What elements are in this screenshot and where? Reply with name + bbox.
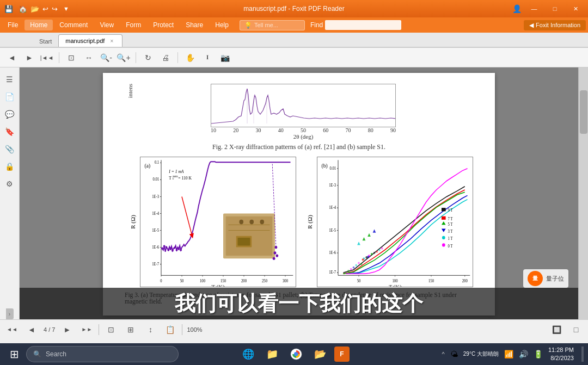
scrollbar-thumb[interactable]: [580, 90, 587, 134]
nav-fwd-button[interactable]: ►: [59, 322, 75, 337]
svg-marker-112: [442, 228, 446, 232]
svg-text:100: 100: [200, 279, 205, 283]
save-icon[interactable]: 💾: [4, 5, 13, 13]
volume-icon[interactable]: 🔊: [519, 350, 528, 358]
svg-rect-55: [238, 238, 250, 245]
forward-button[interactable]: ►: [22, 50, 37, 65]
fit-page-button[interactable]: ⊡: [64, 50, 79, 65]
snapshot-button[interactable]: 📷: [217, 50, 232, 65]
skip-first-button[interactable]: |◄◄: [39, 50, 54, 65]
battery-icon[interactable]: 🔋: [534, 350, 543, 358]
network-icon[interactable]: 📶: [504, 350, 513, 358]
menu-comment[interactable]: Comment: [54, 20, 93, 30]
home-icon[interactable]: 🏠: [19, 5, 27, 13]
find-label: Find: [310, 21, 323, 29]
sidebar-expand-handle[interactable]: ›: [6, 308, 14, 319]
svg-text:7 T: 7 T: [448, 217, 453, 221]
undo-icon[interactable]: ↩: [42, 5, 48, 13]
nav-back-button[interactable]: ◄: [24, 322, 39, 337]
tab-start[interactable]: Start: [33, 36, 58, 47]
taskbar-right: ^ 🌤 29°C 大部晴朗 📶 🔊 🔋 11:28 PM 8/2/2023: [442, 346, 584, 363]
maximize-button[interactable]: □: [547, 3, 563, 14]
select-tool-button[interactable]: 𝐈: [200, 50, 215, 65]
fit-height-status-btn[interactable]: ↕: [143, 322, 158, 337]
print-button[interactable]: 🖨: [158, 50, 173, 65]
svg-point-90: [362, 258, 364, 261]
zoom-in-button[interactable]: 🔍+: [116, 50, 131, 65]
zoom-out-button[interactable]: 🔍-: [99, 50, 114, 65]
svg-text:0.01: 0.01: [153, 177, 160, 182]
plot-a-ylabel: R (Ω): [130, 215, 136, 229]
hand-tool-button[interactable]: ✋: [182, 50, 198, 65]
taskbar-search-box[interactable]: 🔍 Search: [26, 346, 179, 362]
svg-point-58: [260, 220, 264, 224]
taskbar-search-icon: 🔍: [33, 350, 41, 358]
taskbar: ⊞ 🔍 Search 🌐 📁 📂 F ^ 🌤 29°C 大部晴朗 📶 🔊 🔋: [0, 343, 588, 365]
tab-close-button[interactable]: ×: [108, 37, 115, 45]
back-button[interactable]: ◄: [4, 50, 20, 65]
menu-form[interactable]: Form: [120, 20, 146, 30]
taskbar-app-edge[interactable]: 🌐: [238, 344, 258, 364]
sidebar-panel-btn-3[interactable]: 🔖: [2, 124, 17, 139]
svg-text:100: 100: [393, 279, 398, 283]
tell-me-input[interactable]: 💡 Tell me...: [240, 20, 305, 30]
sidebar-panel-btn-2[interactable]: 💬: [2, 107, 17, 122]
svg-text:50: 50: [180, 279, 184, 283]
fit-width-status-btn[interactable]: ⊞: [123, 322, 138, 337]
tab-active[interactable]: manuscript.pdf ×: [58, 34, 122, 47]
svg-point-37: [169, 248, 171, 250]
taskbar-app-folder[interactable]: 📂: [310, 344, 330, 364]
find-input[interactable]: [325, 20, 401, 30]
close-button[interactable]: ✕: [567, 3, 584, 14]
foxit-information-button[interactable]: ◀ Foxit Information: [524, 20, 586, 30]
rotate-button[interactable]: ↻: [140, 50, 156, 65]
layout-icon-2[interactable]: □: [568, 322, 584, 337]
clock-area[interactable]: 11:28 PM 8/2/2023: [548, 346, 574, 363]
sidebar-panel-btn-6[interactable]: ⚙: [2, 176, 17, 191]
svg-point-94: [360, 263, 363, 265]
plot-a-wrapper: R (Ω) 0.1 0.01 1E-3: [125, 157, 296, 287]
fit-page-status-btn[interactable]: ⊡: [103, 322, 119, 337]
nav-prev-button[interactable]: ◄◄: [4, 322, 20, 337]
open-icon[interactable]: 📂: [30, 5, 39, 13]
fit-width-button[interactable]: ↔: [81, 50, 96, 65]
minimize-button[interactable]: —: [526, 3, 542, 14]
page-clip-btn[interactable]: 📋: [162, 322, 177, 337]
foxit-info-label: Foxit Information: [536, 22, 580, 28]
menu-home[interactable]: Home: [24, 20, 53, 30]
svg-point-60: [274, 251, 277, 254]
menu-view[interactable]: View: [94, 20, 119, 30]
redo-icon[interactable]: ↪: [52, 5, 58, 13]
sidebar-panel-btn-5[interactable]: 🔒: [2, 159, 17, 174]
svg-text:1E-3: 1E-3: [152, 194, 159, 199]
taskbar-app-foxit[interactable]: F: [334, 347, 350, 362]
svg-text:200: 200: [241, 279, 247, 283]
scrollbar[interactable]: [578, 67, 588, 319]
taskbar-app-chrome[interactable]: [286, 344, 306, 364]
svg-point-41: [177, 248, 180, 250]
weather-icon[interactable]: 🌤: [450, 350, 458, 358]
sidebar-panel-btn-4[interactable]: 📎: [2, 141, 17, 157]
svg-text:1E-3: 1E-3: [329, 183, 336, 188]
start-button[interactable]: ⊞: [4, 344, 24, 364]
menu-protect[interactable]: Protect: [148, 20, 179, 30]
fig2-caption: Fig. 2 X-ray diffraction patterns of (a)…: [125, 143, 473, 151]
customize-icon[interactable]: ▼: [63, 5, 69, 12]
tray-up-icon[interactable]: ^: [442, 351, 445, 357]
show-desktop-button[interactable]: [581, 347, 584, 362]
clock-time: 11:28 PM: [548, 346, 574, 354]
svg-point-36: [167, 249, 169, 251]
menu-file[interactable]: File: [2, 20, 23, 30]
taskbar-app-explorer[interactable]: 📁: [262, 344, 282, 364]
chevron-icon: ◀: [529, 22, 534, 29]
svg-point-96: [376, 251, 378, 253]
sidebar-panel-btn-0[interactable]: ☰: [2, 72, 17, 87]
sidebar-panel-btn-1[interactable]: 📄: [2, 89, 17, 104]
layout-icon-1[interactable]: 🔲: [549, 322, 564, 337]
status-separator2: [182, 324, 182, 335]
menu-share[interactable]: Share: [180, 20, 209, 30]
nav-next-button[interactable]: ►►: [79, 322, 94, 337]
user-icon[interactable]: 👤: [512, 4, 522, 13]
menu-help[interactable]: Help: [210, 20, 234, 30]
overlay-text-bar: 我们可以看一下我们的这个: [20, 288, 578, 319]
